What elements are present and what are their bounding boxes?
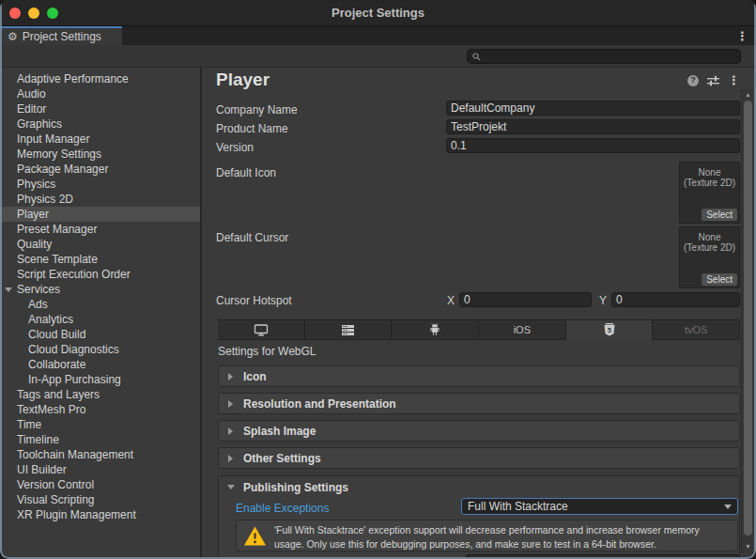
tab-label: Project Settings [23,30,101,43]
company-name-label: Company Name [216,103,298,116]
player-sections: Icon Resolution and Presentation Splash … [218,365,740,474]
monitor-icon [254,324,269,336]
html5-icon: 5 [604,323,615,336]
window-title: Project Settings [0,0,756,26]
platform-tab-ios[interactable]: iOS [479,319,566,340]
sidebar-item[interactable]: Package Manager [0,162,200,177]
hotspot-x-label: X [447,294,455,307]
svg-text:5: 5 [608,327,611,334]
sidebar-item[interactable]: Preset Manager [0,222,200,237]
platform-tab-standalone[interactable] [218,319,305,340]
android-icon [428,323,441,336]
search-input[interactable] [485,51,735,62]
sidebar-item[interactable]: Input Manager [0,132,200,147]
sidebar-item[interactable]: Editor [0,101,200,116]
platform-tab-dedicated-server[interactable] [305,319,393,340]
scroll-down-arrow-icon[interactable]: ▼ [742,541,754,552]
version-label: Version [216,141,254,154]
sidebar-item[interactable]: Ads [0,297,200,312]
presets-icon[interactable] [707,75,719,86]
titlebar: Project Settings [0,0,756,26]
editor-tab-bar: ⚙ Project Settings ⋮ [0,26,756,45]
header-icons: ? ⋮ [687,74,740,86]
product-name-label: Product Name [216,122,288,135]
default-icon-label: Default Icon [216,166,276,179]
section-header[interactable]: Icon [218,365,740,387]
search-box[interactable] [467,49,741,64]
expander-icon[interactable] [228,400,233,408]
expander-icon[interactable] [227,485,235,489]
sidebar-item[interactable]: Physics [0,177,200,192]
warning-icon [243,525,267,547]
section-publishing-settings: Publishing Settings Enable Exceptions Fu… [218,475,740,559]
sidebar-item[interactable]: Toolchain Management [0,447,200,462]
sidebar-item[interactable]: TextMesh Pro [0,402,200,417]
product-name-input[interactable] [446,119,740,134]
sidebar-item[interactable]: Audio [0,86,200,101]
sidebar-item[interactable]: In-App Purchasing [0,372,200,387]
sidebar-item[interactable]: Physics 2D [0,192,200,207]
vertical-scrollbar[interactable]: ▲ ▼ [741,89,753,552]
sidebar-item[interactable]: Time [0,417,200,432]
settings-category-sidebar: Adaptive Performance Audio Editor Graphi… [0,68,200,557]
tab-project-settings[interactable]: ⚙ Project Settings [0,26,122,45]
sidebar-item[interactable]: Graphics [0,116,200,132]
platform-tab-android[interactable] [392,319,479,340]
sidebar-item[interactable]: Services [0,282,200,297]
gear-icon: ⚙ [8,31,18,42]
platform-tab-strip: iOS 5 tvOS [218,319,740,340]
help-icon[interactable]: ? [687,75,699,86]
scroll-up-arrow-icon[interactable]: ▲ [742,89,754,101]
clipped-field[interactable] [466,554,740,559]
publishing-settings-header[interactable]: Publishing Settings [219,476,739,498]
exception-warning-box: 'Full With Stacktrace' exception support… [236,520,738,551]
section-header[interactable]: Resolution and Presentation [218,393,740,414]
default-cursor-label: Default Cursor [216,231,288,244]
sidebar-item[interactable]: Quality [0,237,200,252]
sidebar-item[interactable]: Script Execution Order [0,267,200,282]
page-title: Player [216,70,270,90]
expander-icon[interactable] [5,287,12,292]
sidebar-item[interactable]: Cloud Build [0,327,200,342]
context-menu-kebab-icon[interactable]: ⋮ [728,74,740,86]
sidebar-item[interactable]: Scene Template [0,252,200,267]
default-cursor-object-picker[interactable]: None (Texture 2D) Select [679,226,740,288]
default-cursor-select-button[interactable]: Select [702,273,737,286]
project-settings-window: Project Settings ⚙ Project Settings ⋮ Ad… [0,0,756,559]
enable-exceptions-label: Enable Exceptions [236,502,329,515]
hotspot-x-input[interactable] [459,292,592,307]
expander-icon[interactable] [228,373,233,380]
platform-tab-webgl[interactable]: 5 [566,319,654,340]
section-header[interactable]: Other Settings [218,447,740,469]
sidebar-item[interactable]: Player [0,207,200,222]
hotspot-y-input[interactable] [611,292,740,307]
sidebar-item[interactable]: Tags and Layers [0,387,200,402]
sidebar-item[interactable]: Analytics [0,312,200,327]
search-icon [472,53,481,61]
sidebar-item[interactable]: UI Builder [0,462,200,477]
version-input[interactable] [446,138,740,153]
cursor-hotspot-label: Cursor Hotspot [216,294,292,307]
sidebar-item[interactable]: Memory Settings [0,147,200,162]
sidebar-item[interactable]: XR Plugin Management [0,507,200,522]
warning-text: 'Full With Stacktrace' exception support… [274,523,732,551]
default-icon-object-picker[interactable]: None (Texture 2D) Select [679,162,740,224]
sidebar-item[interactable]: Adaptive Performance [0,71,200,86]
sidebar-item[interactable]: Collaborate [0,357,200,372]
tab-menu-kebab-icon[interactable]: ⋮ [736,30,748,42]
sidebar-item[interactable]: Version Control [0,477,200,492]
platform-tab-tvos[interactable]: tvOS [653,319,740,340]
toolbar [0,45,756,68]
company-name-input[interactable] [446,101,740,116]
section-header[interactable]: Splash Image [218,420,740,442]
expander-icon[interactable] [228,455,233,462]
sidebar-item[interactable]: Cloud Diagnostics [0,342,200,357]
enable-exceptions-dropdown[interactable]: Full With Stacktrace [461,498,738,515]
default-icon-select-button[interactable]: Select [702,209,737,221]
sidebar-item[interactable]: Visual Scripting [0,492,200,507]
sidebar-splitter[interactable] [200,68,202,557]
scrollbar-thumb[interactable] [744,101,752,536]
expander-icon[interactable] [228,427,233,435]
chevron-down-icon [724,505,732,509]
sidebar-item[interactable]: Timeline [0,432,200,447]
